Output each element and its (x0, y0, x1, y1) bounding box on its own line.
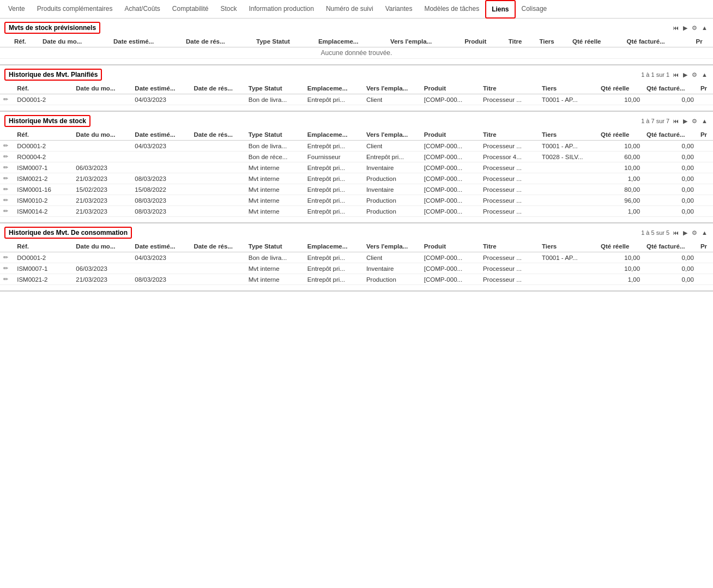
cell-titre: Processeur ... (480, 195, 539, 206)
cell-ref: ISM0010-2 (14, 195, 72, 206)
tab-vente[interactable]: Vente (2, 0, 31, 19)
tab-comptabilit-[interactable]: Comptabilité (166, 0, 215, 19)
col-header-0: Réf. (11, 36, 39, 47)
next-page-icon[interactable]: ▶ (682, 118, 688, 125)
col-header-2: Date estimé... (110, 36, 183, 47)
section-header-historique-mvts-stock: Historique Mvts de stock1 à 7 sur 7⏮▶⚙▲ (0, 112, 713, 129)
tab-achat-co-ts[interactable]: Achat/Coûts (118, 0, 166, 19)
table-row: ✏ISM0001-1615/02/202315/08/2022Mvt inter… (0, 184, 713, 195)
cell-ref: ISM0001-16 (14, 184, 72, 195)
cell-ref: ISM0007-1 (14, 162, 72, 173)
cell-emp: Entrepôt pri... (304, 94, 363, 105)
first-page-icon[interactable]: ⏮ (672, 71, 680, 78)
edit-icon[interactable]: ✏ (3, 153, 8, 160)
col-header-5: Emplaceme... (304, 129, 363, 141)
cell-pr (697, 184, 713, 195)
cell-titre: Processeur ... (480, 206, 539, 217)
col-header-2: Date estimé... (131, 241, 190, 252)
section-title-historique-mvt-consommation: Historique des Mvt. De consommation (4, 227, 132, 239)
cell-date_mo: 06/03/2023 (72, 162, 131, 173)
cell-titre: Processeur ... (480, 184, 539, 195)
cell-emp: Fournisseur (304, 151, 363, 162)
cell-date_res (190, 206, 245, 217)
cell-qty: 10,00 (597, 162, 643, 173)
next-page-icon[interactable]: ▶ (682, 25, 688, 32)
col-header-1: Date du mo... (72, 241, 131, 252)
cell-tiers: T0001 - AP... (539, 94, 597, 105)
gear-icon[interactable]: ⚙ (691, 118, 698, 125)
cell-type: Bon de livra... (245, 252, 304, 263)
cell-ref: ISM0021-2 (14, 173, 72, 184)
col-header-0: Réf. (14, 83, 72, 94)
cell-pr (697, 173, 713, 184)
cell-qtef: 0,00 (643, 206, 697, 217)
edit-icon[interactable]: ✏ (3, 186, 8, 192)
cell-date_res (190, 252, 245, 263)
cell-vers: Inventaire (363, 184, 421, 195)
col-header-4: Type Statut (245, 129, 304, 141)
col-header-4: Type Statut (245, 83, 304, 94)
gear-icon[interactable]: ⚙ (691, 229, 698, 237)
edit-icon[interactable]: ✏ (3, 208, 8, 214)
tab-stock[interactable]: Stock (215, 0, 243, 19)
col-header-1: Date du mo... (72, 129, 131, 141)
cell-emp: Entrepôt pri... (304, 141, 363, 151)
edit-icon[interactable]: ✏ (3, 164, 8, 171)
cell-qty: 96,00 (597, 195, 643, 206)
col-header-12: Pr (693, 36, 713, 47)
edit-icon[interactable]: ✏ (3, 197, 8, 203)
tab-colisage[interactable]: Colisage (516, 0, 553, 19)
tab-information-production[interactable]: Information production (243, 0, 320, 19)
cell-qtef: 0,00 (643, 263, 697, 274)
tab-produits-compl-mentaires[interactable]: Produits complémentaires (31, 0, 119, 19)
gear-icon[interactable]: ⚙ (691, 25, 698, 32)
col-header-7: Produit (421, 241, 480, 252)
collapse-icon[interactable]: ▲ (700, 71, 709, 78)
next-page-icon[interactable]: ▶ (682, 229, 688, 237)
cell-pr (697, 141, 713, 151)
section-historique-mvts-stock: Historique Mvts de stock1 à 7 sur 7⏮▶⚙▲R… (0, 112, 713, 223)
tab-mod-les-de-t-ches[interactable]: Modèles de tâches (418, 0, 485, 19)
cell-pr (697, 162, 713, 173)
cell-qtef: 0,00 (643, 151, 697, 162)
edit-icon[interactable]: ✏ (3, 142, 8, 149)
collapse-icon[interactable]: ▲ (700, 25, 709, 31)
section-controls-mvts-previsionnels: ⏮▶⚙▲ (672, 25, 709, 32)
col-header-6: Vers l'empla... (363, 241, 421, 252)
cell-qty: 1,00 (597, 173, 643, 184)
first-page-icon[interactable]: ⏮ (672, 25, 680, 31)
empty-message: Aucune donnée trouvée. (0, 47, 713, 59)
cell-titre: Processeur ... (480, 263, 539, 274)
tab-variantes[interactable]: Variantes (379, 0, 419, 19)
cell-produit: [COMP-000... (421, 162, 480, 173)
edit-icon[interactable]: ✏ (3, 276, 8, 282)
tab-num-ro-de-suivi[interactable]: Numéro de suivi (320, 0, 379, 19)
section-controls-historique-mvts-stock: 1 à 7 sur 7⏮▶⚙▲ (641, 118, 709, 125)
col-header-9: Tiers (536, 36, 569, 47)
cell-qty: 10,00 (597, 252, 643, 263)
cell-produit: [COMP-000... (421, 195, 480, 206)
cell-type: Mvt interne (245, 206, 304, 217)
edit-icon[interactable]: ✏ (3, 265, 8, 271)
cell-type: Mvt interne (245, 263, 304, 274)
collapse-icon[interactable]: ▲ (700, 118, 709, 124)
edit-icon[interactable]: ✏ (3, 254, 8, 260)
cell-date_res (190, 151, 245, 162)
tab-liens[interactable]: Liens (485, 0, 515, 19)
cell-pr (697, 195, 713, 206)
first-page-icon[interactable]: ⏮ (672, 118, 680, 124)
edit-icon[interactable]: ✏ (3, 96, 8, 102)
cell-date_mo (72, 151, 131, 162)
section-historique-mvt-planifies: Historique des Mvt. Planifiés1 à 1 sur 1… (0, 65, 713, 112)
cell-ref: ISM0007-1 (14, 263, 72, 274)
gear-icon[interactable]: ⚙ (691, 71, 698, 78)
next-page-icon[interactable]: ▶ (682, 71, 688, 78)
cell-date_res (190, 274, 245, 285)
collapse-icon[interactable]: ▲ (700, 229, 709, 236)
col-header-1: Date du mo... (72, 83, 131, 94)
section-header-historique-mvt-planifies: Historique des Mvt. Planifiés1 à 1 sur 1… (0, 65, 713, 83)
cell-titre: Processor 4... (480, 151, 539, 162)
edit-icon[interactable]: ✏ (3, 175, 8, 181)
first-page-icon[interactable]: ⏮ (672, 229, 680, 236)
table-historique-mvt-consommation: Réf.Date du mo...Date estimé...Date de r… (0, 241, 713, 285)
